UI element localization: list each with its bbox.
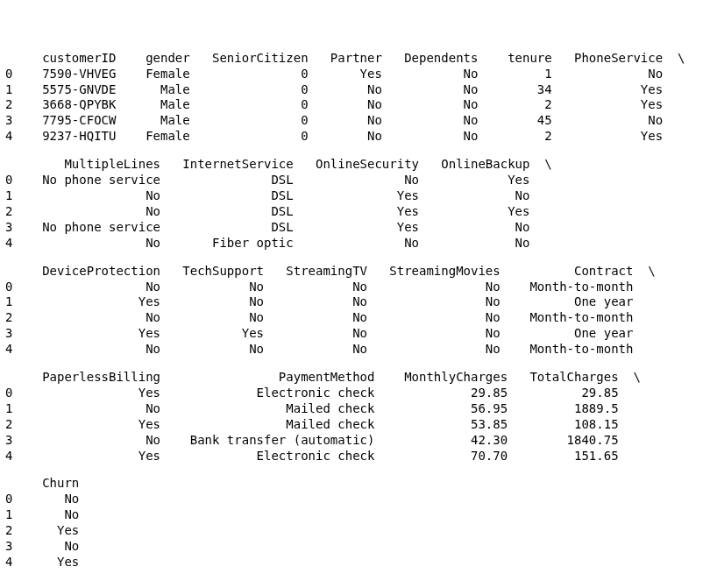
data-row: 2 3668-QPYBK Male 0 No No 2 Yes [5, 97, 705, 113]
data-row: 2 No No No No Month-to-month [5, 310, 705, 326]
data-row: 0 Yes Electronic check 29.85 29.85 [5, 386, 705, 401]
column-header-line: customerID gender SeniorCitizen Partner … [5, 51, 705, 67]
column-header-line: DeviceProtection TechSupport StreamingTV… [5, 264, 705, 280]
data-row: 3 7795-CFOCW Male 0 No No 45 No [5, 113, 705, 129]
dataframe-repr: customerID gender SeniorCitizen Partner … [5, 51, 705, 570]
data-row: 2 Yes [5, 523, 705, 539]
dataframe-block: customerID gender SeniorCitizen Partner … [5, 51, 705, 145]
data-row: 4 9237-HQITU Female 0 No No 2 Yes [5, 129, 705, 145]
data-row: 4 Yes [5, 555, 705, 570]
column-header-line: PaperlessBilling PaymentMethod MonthlyCh… [5, 370, 705, 386]
data-row: 0 No No No No Month-to-month [5, 280, 705, 295]
data-row: 0 No [5, 492, 705, 507]
dataframe-block: PaperlessBilling PaymentMethod MonthlyCh… [5, 370, 705, 464]
data-row: 1 No DSL Yes No [5, 188, 705, 204]
data-row: 1 5575-GNVDE Male 0 No No 34 Yes [5, 82, 705, 98]
dataframe-block: MultipleLines InternetService OnlineSecu… [5, 157, 705, 251]
dataframe-block: DeviceProtection TechSupport StreamingTV… [5, 264, 705, 358]
data-row: 3 No Bank transfer (automatic) 42.30 184… [5, 433, 705, 449]
data-row: 3 Yes Yes No No One year [5, 326, 705, 342]
data-row: 2 Yes Mailed check 53.85 108.15 [5, 417, 705, 433]
dataframe-block: Churn0 No1 No2 Yes3 No4 Yes [5, 476, 705, 570]
data-row: 4 Yes Electronic check 70.70 151.65 [5, 449, 705, 464]
data-row: 1 Yes No No No One year [5, 294, 705, 310]
column-header-line: MultipleLines InternetService OnlineSecu… [5, 157, 705, 173]
data-row: 1 No Mailed check 56.95 1889.5 [5, 401, 705, 417]
data-row: 2 No DSL Yes Yes [5, 204, 705, 220]
column-header-line: Churn [5, 476, 705, 492]
data-row: 3 No phone service DSL Yes No [5, 220, 705, 236]
data-row: 0 No phone service DSL No Yes [5, 173, 705, 188]
data-row: 1 No [5, 507, 705, 523]
data-row: 3 No [5, 539, 705, 555]
data-row: 4 No No No No Month-to-month [5, 342, 705, 358]
data-row: 0 7590-VHVEG Female 0 Yes No 1 No [5, 67, 705, 82]
data-row: 4 No Fiber optic No No [5, 236, 705, 251]
